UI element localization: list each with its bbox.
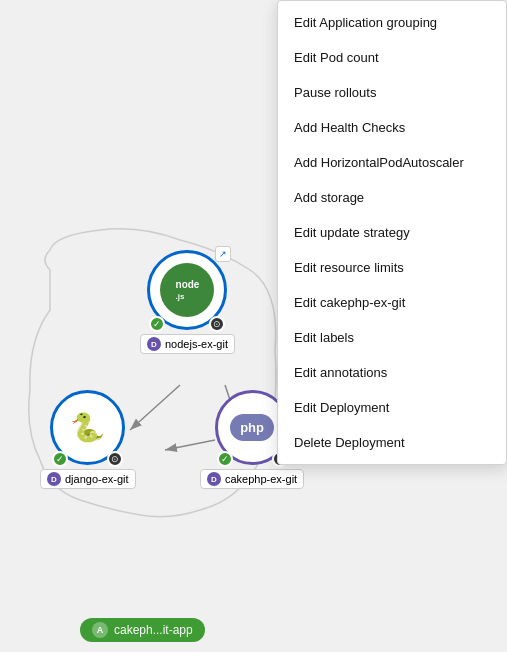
- status-ok-icon: ✓: [149, 316, 165, 332]
- menu-item-add-health-checks[interactable]: Add Health Checks: [278, 110, 506, 145]
- php-logo: php: [230, 414, 274, 441]
- menu-item-edit-update-strategy[interactable]: Edit update strategy: [278, 215, 506, 250]
- django-label: D django-ex-git: [40, 469, 136, 489]
- cakephp-label: D cakephp-ex-git: [200, 469, 304, 489]
- node-nodejs[interactable]: node.js ↗ ✓ ⊙ D nodejs-ex-git: [140, 250, 235, 354]
- django-badge: D: [47, 472, 61, 486]
- topology-canvas: node.js ↗ ✓ ⊙ D nodejs-ex-git 🐍 ✓ ⊙ D dj…: [0, 0, 507, 652]
- menu-item-edit-labels[interactable]: Edit labels: [278, 320, 506, 355]
- python-logo: 🐍: [70, 411, 105, 444]
- node-django[interactable]: 🐍 ✓ ⊙ D django-ex-git: [40, 390, 136, 489]
- menu-item-add-storage[interactable]: Add storage: [278, 180, 506, 215]
- menu-item-edit-pod-count[interactable]: Edit Pod count: [278, 40, 506, 75]
- cakephp-badge: D: [207, 472, 221, 486]
- app-badge: A: [92, 622, 108, 638]
- menu-item-pause-rollouts[interactable]: Pause rollouts: [278, 75, 506, 110]
- menu-item-edit-resource-limits[interactable]: Edit resource limits: [278, 250, 506, 285]
- svg-line-0: [130, 385, 180, 430]
- cakephp-status-ok: ✓: [217, 451, 233, 467]
- nodejs-label: D nodejs-ex-git: [140, 334, 235, 354]
- nodejs-logo: node.js: [160, 263, 214, 317]
- menu-item-edit-cakephp[interactable]: Edit cakephp-ex-git: [278, 285, 506, 320]
- nodejs-badge: D: [147, 337, 161, 351]
- menu-item-edit-app-grouping[interactable]: Edit Application grouping: [278, 5, 506, 40]
- external-link-icon[interactable]: ↗: [215, 246, 231, 262]
- django-status-ok: ✓: [52, 451, 68, 467]
- django-github-icon: ⊙: [107, 451, 123, 467]
- context-menu: Edit Application groupingEdit Pod countP…: [277, 0, 507, 465]
- menu-item-edit-annotations[interactable]: Edit annotations: [278, 355, 506, 390]
- github-icon: ⊙: [209, 316, 225, 332]
- menu-item-edit-deployment[interactable]: Edit Deployment: [278, 390, 506, 425]
- menu-item-delete-deployment[interactable]: Delete Deployment: [278, 425, 506, 460]
- menu-item-add-hpa[interactable]: Add HorizontalPodAutoscaler: [278, 145, 506, 180]
- app-label: A cakeph...it-app: [80, 618, 205, 642]
